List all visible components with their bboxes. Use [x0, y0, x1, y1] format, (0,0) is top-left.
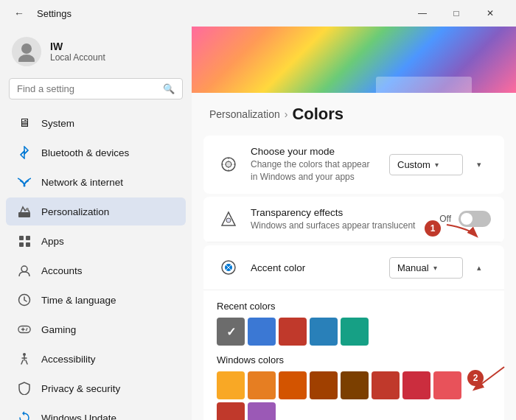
sidebar-item-label: Apps [41, 236, 64, 247]
svg-rect-3 [18, 212, 30, 217]
svg-point-13 [26, 329, 27, 331]
mode-expand-button[interactable]: ▾ [467, 153, 491, 176]
transparency-section: Transparency effects Windows and surface… [203, 197, 504, 243]
accent-body: Recent colors 2 [203, 290, 504, 420]
svg-rect-8 [26, 242, 30, 247]
personalization-icon [18, 205, 31, 218]
transparency-toggle[interactable] [459, 211, 491, 227]
sidebar-item-update[interactable]: Windows Update [6, 404, 186, 420]
win-color-1[interactable] [217, 371, 245, 399]
accent-section: Accent color Manual ▾ ▴ Recent colors [203, 245, 504, 420]
accent-icon [217, 256, 240, 279]
sidebar-item-label: Accessibility [41, 354, 96, 365]
win-color-7[interactable] [402, 371, 430, 399]
sidebar-item-label: Bluetooth & devices [41, 147, 129, 158]
sidebar-item-privacy[interactable]: Privacy & security [6, 374, 186, 402]
page-header: Personalization › Colors [192, 93, 516, 133]
mode-text: Choose your mode Change the colors that … [251, 146, 379, 183]
color-swatch-recent-1[interactable] [248, 318, 276, 346]
sidebar-item-time[interactable]: Time & language [6, 286, 186, 314]
accent-text: Accent color [251, 262, 379, 273]
sidebar-item-label: Accounts [41, 265, 83, 276]
titlebar: ← Settings — □ ✕ [0, 0, 516, 27]
transparency-title: Transparency effects [251, 207, 429, 218]
accent-dropdown[interactable]: Manual ▾ [389, 257, 463, 279]
mode-title: Choose your mode [251, 146, 379, 157]
sidebar-item-gaming[interactable]: Gaming [6, 315, 186, 343]
breadcrumb: Personalization › Colors [209, 105, 498, 124]
win-color-4[interactable] [310, 371, 338, 399]
privacy-icon [18, 382, 31, 395]
sidebar: IW Local Account 🔍 🖥 System [0, 27, 192, 420]
apps-icon [18, 234, 31, 248]
color-swatch-recent-4[interactable] [341, 318, 369, 346]
win-color-3[interactable] [279, 371, 307, 399]
accent-collapse-button[interactable]: ▴ [467, 256, 491, 279]
minimize-button[interactable]: — [405, 0, 439, 27]
accent-control: Manual ▾ ▴ [389, 256, 491, 279]
search-icon: 🔍 [163, 83, 175, 94]
sidebar-item-personalization[interactable]: Personalization [6, 197, 186, 225]
user-name: IW [50, 41, 105, 52]
window-title: Settings [37, 8, 72, 19]
user-section[interactable]: IW Local Account [0, 29, 192, 78]
svg-point-12 [27, 328, 28, 329]
sidebar-item-label: Windows Update [41, 413, 116, 421]
search-box[interactable]: 🔍 [9, 78, 183, 99]
preview-banner [192, 27, 516, 93]
svg-rect-6 [26, 236, 30, 240]
svg-point-16 [226, 161, 231, 167]
win-color-10[interactable] [248, 402, 276, 420]
network-icon [18, 175, 31, 189]
page-title: Colors [292, 105, 344, 124]
choose-mode-row[interactable]: Choose your mode Change the colors that … [203, 136, 504, 194]
main-content: Personalization › Colors [192, 27, 516, 420]
accounts-icon [18, 264, 31, 277]
win-color-6[interactable] [372, 371, 400, 399]
close-button[interactable]: ✕ [473, 0, 507, 27]
sidebar-item-apps[interactable]: Apps [6, 227, 186, 255]
search-input[interactable] [17, 83, 157, 94]
system-icon: 🖥 [18, 116, 31, 130]
mode-value: Custom [397, 159, 430, 170]
transparency-text: Transparency effects Windows and surface… [251, 207, 429, 232]
content-area: IW Local Account 🔍 🖥 System [0, 27, 516, 420]
chevron-down-icon: ▾ [433, 264, 437, 272]
win-color-2[interactable] [248, 371, 276, 399]
transparency-control: Off [439, 211, 491, 227]
mode-dropdown[interactable]: Custom ▾ [389, 154, 463, 175]
svg-point-0 [21, 43, 32, 54]
sidebar-item-accounts[interactable]: Accounts [6, 256, 186, 284]
user-info: IW Local Account [50, 41, 105, 63]
accent-header-row[interactable]: Accent color Manual ▾ ▴ [203, 245, 504, 290]
bluetooth-icon [18, 146, 31, 159]
svg-rect-7 [19, 242, 24, 247]
transparency-row[interactable]: Transparency effects Windows and surface… [203, 197, 504, 243]
toggle-thumb [461, 213, 473, 225]
svg-point-4 [26, 208, 29, 211]
sidebar-item-label: System [41, 118, 74, 129]
user-type: Local Account [50, 52, 105, 63]
back-button[interactable]: ← [9, 3, 29, 24]
sidebar-item-system[interactable]: 🖥 System [6, 109, 186, 137]
settings-window: ← Settings — □ ✕ IW Local Account [0, 0, 516, 420]
mode-section: Choose your mode Change the colors that … [203, 136, 504, 194]
color-swatch-recent-3[interactable] [310, 318, 338, 346]
win-color-9[interactable] [217, 402, 245, 420]
win-color-5[interactable] [341, 371, 369, 399]
svg-point-2 [24, 185, 26, 187]
svg-point-9 [21, 266, 27, 272]
sidebar-item-network[interactable]: Network & internet [6, 168, 186, 196]
svg-point-17 [226, 218, 231, 223]
preview-taskbar [376, 77, 472, 93]
windows-colors-label: Windows colors [217, 354, 491, 365]
maximize-button[interactable]: □ [439, 0, 473, 27]
win-color-8[interactable] [433, 371, 461, 399]
color-swatch-recent-0[interactable] [217, 318, 245, 346]
breadcrumb-separator: › [285, 108, 288, 120]
transparency-icon [217, 207, 240, 231]
color-swatch-recent-2[interactable] [279, 318, 307, 346]
sidebar-item-accessibility[interactable]: Accessibility [6, 345, 186, 373]
breadcrumb-parent: Personalization [209, 108, 280, 120]
sidebar-item-bluetooth[interactable]: Bluetooth & devices [6, 139, 186, 167]
